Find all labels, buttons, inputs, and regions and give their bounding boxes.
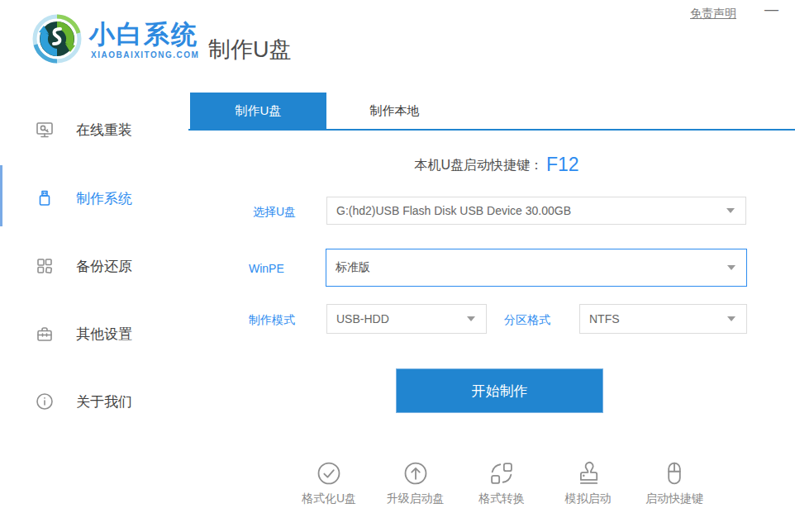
usb-select-label: 选择U盘 [253, 205, 296, 220]
mode-select-value: USB-HDD [327, 312, 467, 325]
usb-select[interactable]: G:(hd2)USB Flash Disk USB Device 30.00GB [326, 197, 746, 225]
chevron-down-icon [727, 265, 735, 270]
sidebar-item-label: 备份还原 [76, 257, 132, 276]
brand-name: 小白系统 [89, 17, 198, 52]
sidebar-item-label: 关于我们 [76, 392, 132, 411]
app-window: 免责声明 — 小白系统 XIAOBAIXITONG.COM 制作U盘 在线重装 … [0, 0, 795, 532]
simulate-boot-icon [574, 459, 602, 487]
mode-select[interactable]: USB-HDD [326, 304, 487, 334]
tab-make-usb[interactable]: 制作U盘 [190, 93, 326, 129]
usb-select-value: G:(hd2)USB Flash Disk USB Device 30.00GB [327, 204, 726, 217]
boot-hotkey-icon [660, 459, 688, 487]
tool-format-convert[interactable]: 格式转换 [462, 459, 541, 506]
boot-hotkey-label: 本机U盘启动快捷键： [414, 158, 543, 172]
sidebar-item-label: 在线重装 [76, 121, 132, 140]
partition-select-label: 分区格式 [504, 313, 550, 328]
tool-format-usb[interactable]: 格式化U盘 [289, 459, 369, 506]
tool-label: 格式化U盘 [302, 492, 356, 506]
winpe-select-label: WinPE [249, 262, 284, 275]
chevron-down-icon [727, 316, 735, 321]
brand-domain: XIAOBAIXITONG.COM [91, 50, 199, 59]
tool-label: 模拟启动 [565, 492, 612, 506]
winpe-select[interactable]: 标准版 [326, 249, 747, 287]
monitor-reinstall-icon [35, 120, 55, 140]
page-title: 制作U盘 [208, 35, 292, 64]
footer-toolbar: 格式化U盘 升级启动盘 格式转换 模拟启动 [289, 459, 714, 506]
info-about-icon [35, 392, 55, 411]
format-convert-icon [488, 459, 516, 487]
tool-upgrade-bootdisk[interactable]: 升级启动盘 [376, 459, 455, 506]
minimize-button[interactable]: — [764, 2, 778, 18]
tab-underline [188, 129, 795, 131]
disclaimer-link[interactable]: 免责声明 [690, 7, 736, 21]
sidebar-item-other-settings[interactable]: 其他设置 [0, 320, 188, 348]
start-make-button[interactable]: 开始制作 [396, 368, 603, 413]
sidebar-item-label: 制作系统 [76, 189, 132, 208]
tool-label: 启动快捷键 [645, 492, 703, 506]
sidebar-item-label: 其他设置 [76, 325, 132, 344]
backup-restore-icon [35, 256, 55, 276]
sidebar-item-online-reinstall[interactable]: 在线重装 [0, 116, 188, 144]
boot-hotkey-value: F12 [546, 154, 579, 175]
usb-drive-icon [35, 188, 55, 208]
winpe-select-value: 标准版 [326, 260, 727, 275]
mode-select-label: 制作模式 [249, 313, 295, 328]
tool-label: 升级启动盘 [387, 492, 445, 506]
format-usb-icon [315, 459, 343, 487]
partition-select-value: NTFS [580, 312, 727, 325]
partition-select[interactable]: NTFS [579, 304, 747, 334]
sidebar-item-about-us[interactable]: 关于我们 [0, 387, 188, 416]
boot-hotkey-line: 本机U盘启动快捷键：F12 [198, 154, 795, 176]
toolbox-settings-icon [35, 324, 55, 344]
chevron-down-icon [726, 208, 735, 213]
chevron-down-icon [467, 316, 475, 321]
sidebar-item-backup-restore[interactable]: 备份还原 [0, 252, 188, 280]
tool-simulate-boot[interactable]: 模拟启动 [549, 459, 628, 506]
tool-boot-hotkey[interactable]: 启动快捷键 [635, 459, 714, 506]
brand-logo-icon [31, 12, 83, 65]
sidebar-item-make-system[interactable]: 制作系统 [0, 184, 188, 212]
tool-label: 格式转换 [478, 492, 525, 506]
upgrade-bootdisk-icon [402, 459, 430, 487]
tab-make-local[interactable]: 制作本地 [326, 93, 463, 129]
